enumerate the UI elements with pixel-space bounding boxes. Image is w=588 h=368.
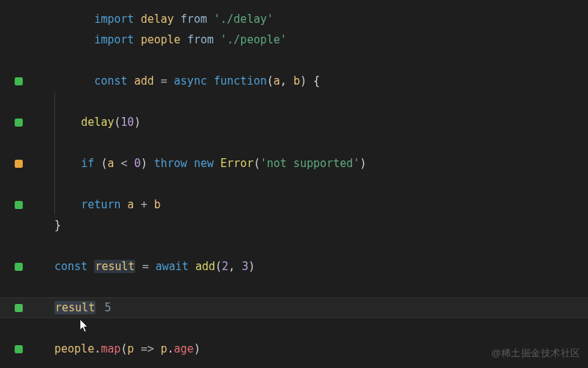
watermark: @稀土掘金技术社区: [491, 343, 581, 364]
operator: =: [154, 74, 173, 88]
identifier: add: [134, 74, 154, 88]
code-line[interactable]: [0, 318, 588, 339]
code-line[interactable]: if (a < 0) throw new Error('not supporte…: [0, 153, 588, 174]
keyword-if: if: [81, 157, 94, 170]
string-literal: 'not supported': [260, 157, 359, 170]
code-line[interactable]: delay(10): [0, 112, 588, 132]
punctuation: (: [267, 74, 273, 88]
punctuation: ,: [280, 74, 293, 88]
keyword-new: new: [194, 157, 214, 170]
gutter-marker-icon: [15, 160, 23, 168]
identifier: p: [161, 342, 168, 355]
punctuation: (: [121, 342, 127, 355]
parameter: b: [293, 74, 300, 88]
indent: [54, 157, 81, 170]
gutter: [0, 160, 54, 168]
function-call: add: [196, 260, 215, 273]
punctuation: ): [359, 157, 366, 170]
indent: [54, 198, 81, 211]
punctuation: (: [94, 157, 107, 170]
punctuation: ): [248, 260, 255, 273]
punctuation: (: [254, 157, 260, 170]
code-line[interactable]: [0, 236, 588, 256]
punctuation: (: [114, 116, 121, 129]
gutter-marker-icon: [15, 345, 23, 353]
operator: =: [135, 260, 155, 273]
function-call: delay: [81, 116, 114, 129]
punctuation: ) {: [300, 74, 320, 88]
punctuation: .: [168, 342, 174, 355]
punctuation: (: [215, 260, 222, 273]
operator: <: [114, 157, 134, 170]
gutter: [0, 345, 54, 353]
code-line-active[interactable]: result5: [0, 297, 588, 318]
identifier-highlight: result: [94, 260, 135, 273]
string-literal: './people': [220, 33, 287, 46]
identifier: people: [140, 33, 180, 46]
gutter: [0, 77, 54, 85]
number-literal: 3: [242, 260, 248, 273]
code-line[interactable]: const result = await add(2, 3): [0, 256, 588, 277]
gutter-marker-icon: [15, 304, 23, 312]
code-line[interactable]: return a + b: [0, 194, 588, 215]
gutter-marker-icon: [15, 263, 23, 271]
class-name: Error: [220, 157, 254, 170]
punctuation: ,: [229, 260, 242, 273]
method-call: map: [101, 342, 121, 355]
number-literal: 10: [121, 116, 134, 129]
code-line[interactable]: [0, 132, 588, 153]
keyword-async: async: [174, 74, 207, 88]
gutter: [0, 263, 54, 271]
gutter-marker-icon: [15, 77, 23, 85]
property: age: [174, 342, 194, 355]
code-line[interactable]: [0, 91, 588, 112]
keyword-import: import: [94, 33, 134, 46]
identifier: b: [154, 198, 160, 211]
keyword-throw: throw: [154, 157, 187, 170]
keyword-return: return: [81, 198, 121, 211]
punctuation: ): [194, 342, 201, 355]
punctuation: .: [94, 342, 101, 355]
operator: +: [134, 198, 154, 211]
code-line[interactable]: }: [0, 215, 588, 236]
keyword-const: const: [54, 260, 87, 273]
keyword-await: await: [155, 260, 188, 273]
punctuation: ): [134, 116, 140, 129]
keyword-from: from: [187, 33, 214, 46]
gutter-marker-icon: [15, 201, 23, 209]
code-line[interactable]: import people from './people': [0, 29, 588, 50]
keyword-function: function: [214, 74, 267, 88]
keyword-const: const: [94, 74, 127, 88]
operator: =>: [134, 342, 160, 355]
code-line[interactable]: [0, 277, 588, 297]
punctuation: ): [140, 157, 154, 170]
number-literal: 2: [222, 260, 229, 273]
indent: [54, 116, 81, 129]
gutter: [0, 201, 54, 209]
gutter-marker-icon: [15, 118, 23, 127]
identifier: people: [54, 342, 94, 355]
identifier: a: [107, 157, 114, 170]
code-editor[interactable]: import delay from './delay' import peopl…: [0, 9, 588, 359]
gutter: [0, 118, 54, 127]
code-line[interactable]: const add = async function(a, b) {: [0, 71, 588, 91]
code-line[interactable]: [0, 174, 588, 194]
punctuation: }: [54, 219, 61, 232]
inline-value: 5: [104, 301, 111, 314]
parameter: a: [273, 74, 280, 88]
gutter: [0, 304, 54, 312]
identifier-highlight: result: [54, 301, 96, 314]
